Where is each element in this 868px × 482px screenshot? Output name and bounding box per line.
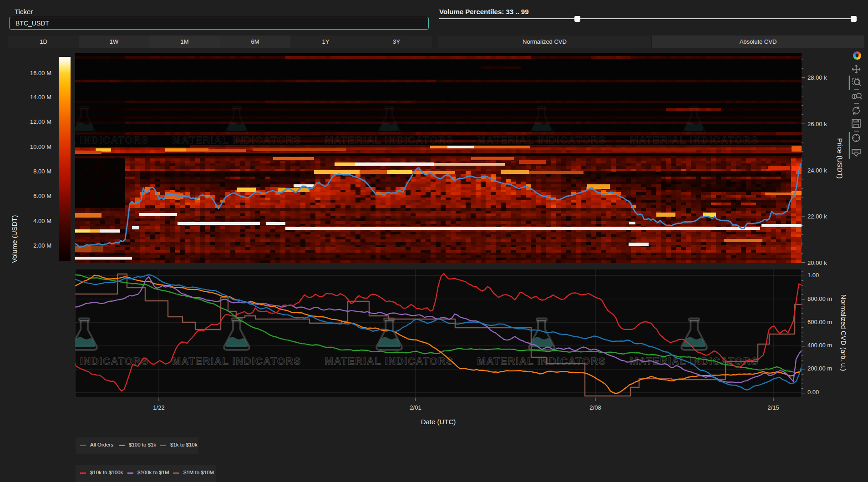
svg-text:MATERIAL INDICATORS: MATERIAL INDICATORS — [173, 355, 301, 367]
svg-text:MATERIAL INDICATORS: MATERIAL INDICATORS — [477, 134, 606, 146]
svg-text:MATERIAL INDICATORS: MATERIAL INDICATORS — [325, 355, 454, 367]
svg-text:MATERIAL INDICATORS: MATERIAL INDICATORS — [325, 134, 454, 146]
svg-text:MATERIAL INDICATORS: MATERIAL INDICATORS — [630, 134, 759, 146]
svg-text:MATERIAL INDICATORS: MATERIAL INDICATORS — [75, 355, 149, 367]
svg-text:MATERIAL INDICATORS: MATERIAL INDICATORS — [173, 134, 301, 146]
svg-text:MATERIAL INDICATORS: MATERIAL INDICATORS — [75, 134, 149, 146]
